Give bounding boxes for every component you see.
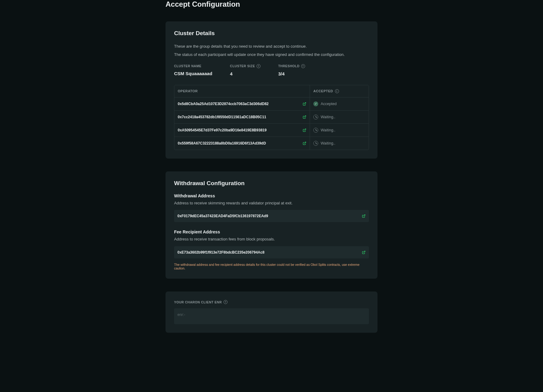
operator-cell: 0x5d8CbA0a25Ad107E3D2874ccb7063aC3d306dD… bbox=[174, 97, 310, 110]
operator-address: 0x7cc2418a453782db1f8550dD11561aDC18B05C… bbox=[178, 115, 266, 119]
enr-input[interactable]: enr:- bbox=[174, 308, 369, 324]
cluster-name-value: CSM Squaaaaaad bbox=[174, 71, 212, 76]
page-title: Accept Configuration bbox=[166, 0, 377, 9]
cluster-size-label: CLUSTER SIZE ? bbox=[230, 64, 261, 68]
external-link-icon[interactable] bbox=[303, 141, 306, 145]
svg-line-1 bbox=[304, 115, 306, 117]
withdrawal-title: Withdrawal Configuration bbox=[174, 180, 369, 187]
cluster-name-meta: CLUSTER NAME CSM Squaaaaaad bbox=[174, 64, 212, 76]
cluster-meta-row: CLUSTER NAME CSM Squaaaaaad CLUSTER SIZE… bbox=[174, 64, 369, 76]
th-accepted-text: ACCEPTED bbox=[313, 89, 333, 93]
operator-cell: 0x559f58A67C32223188a8bD0a16916D6f13Ad39… bbox=[174, 137, 310, 150]
external-link-icon[interactable] bbox=[303, 102, 306, 106]
accepted-cell: Waiting.. bbox=[310, 111, 369, 123]
withdrawal-address-box: 0xF0179dEC45a37423EAD4FaD5fCb136197872EA… bbox=[174, 210, 369, 222]
operator-address: 0x559f58A67C32223188a8bD0a16916D6f13Ad39… bbox=[178, 141, 266, 145]
svg-line-5 bbox=[363, 251, 365, 253]
withdrawal-card: Withdrawal Configuration Withdrawal Addr… bbox=[166, 171, 377, 279]
operator-table: OPERATOR ACCEPTED i 0x5d8CbA0a25Ad107E3D… bbox=[174, 85, 369, 150]
svg-line-4 bbox=[363, 215, 365, 217]
external-link-icon[interactable] bbox=[303, 128, 306, 132]
clock-icon bbox=[313, 141, 318, 146]
status-label: Waiting.. bbox=[321, 141, 335, 145]
withdrawal-address-desc: Address to receive skimming rewards and … bbox=[174, 200, 369, 207]
threshold-label: THRESHOLD ? bbox=[278, 64, 305, 68]
th-operator: OPERATOR bbox=[174, 85, 310, 97]
fee-recipient-desc: Address to receive transaction fees from… bbox=[174, 236, 369, 243]
table-row: 0x5d8CbA0a25Ad107E3D2874ccb7063aC3d306dD… bbox=[174, 97, 369, 111]
question-icon[interactable]: ? bbox=[301, 64, 305, 68]
external-link-icon[interactable] bbox=[362, 251, 366, 254]
withdrawal-warning: The withdrawal address and fee recipient… bbox=[174, 263, 369, 270]
cluster-size-label-text: CLUSTER SIZE bbox=[230, 64, 255, 68]
svg-line-3 bbox=[304, 142, 306, 144]
operator-address: 0xA50954545E7d37Fe97c20ba9D16e8419E8B938… bbox=[178, 128, 267, 132]
status-label: Accepted bbox=[321, 102, 337, 106]
external-link-icon[interactable] bbox=[362, 214, 366, 218]
cluster-size-value: 4 bbox=[230, 71, 261, 76]
enr-label: YOUR CHARON CLIENT ENR ? bbox=[174, 300, 369, 304]
svg-line-2 bbox=[304, 129, 306, 130]
check-icon: ✓ bbox=[313, 101, 318, 106]
status-label: Waiting.. bbox=[321, 115, 335, 119]
table-row: 0x559f58A67C32223188a8bD0a16916D6f13Ad39… bbox=[174, 137, 369, 150]
external-link-icon[interactable] bbox=[303, 115, 306, 119]
threshold-value: 3/4 bbox=[278, 71, 305, 76]
accepted-cell: Waiting.. bbox=[310, 124, 369, 137]
fee-recipient-box: 0xE73a3602b99f1f913e72F8bdcBC235e206794A… bbox=[174, 246, 369, 258]
withdrawal-address-title: Withdrawal Address bbox=[174, 193, 369, 198]
fee-recipient-value: 0xE73a3602b99f1f913e72F8bdcBC235e206794A… bbox=[177, 250, 264, 255]
enr-placeholder: enr:- bbox=[177, 313, 185, 317]
clock-icon bbox=[313, 115, 318, 119]
cluster-details-title: Cluster Details bbox=[174, 30, 369, 37]
cluster-details-desc-1: These are the group details that you nee… bbox=[174, 43, 369, 50]
cluster-details-desc-2: The status of each participant will upda… bbox=[174, 52, 369, 58]
status-cell: Waiting.. bbox=[313, 115, 335, 119]
table-row: 0x7cc2418a453782db1f8550dD11561aDC18B05C… bbox=[174, 111, 369, 124]
question-icon[interactable]: ? bbox=[257, 64, 261, 68]
operator-address: 0x5d8CbA0a25Ad107E3D2874ccb7063aC3d306dD… bbox=[178, 102, 269, 106]
threshold-label-text: THRESHOLD bbox=[278, 64, 300, 68]
cluster-size-meta: CLUSTER SIZE ? 4 bbox=[230, 64, 261, 76]
cluster-name-label: CLUSTER NAME bbox=[174, 64, 212, 68]
withdrawal-address-value: 0xF0179dEC45a37423EAD4FaD5fCb136197872EA… bbox=[177, 214, 268, 218]
table-header: OPERATOR ACCEPTED i bbox=[174, 85, 369, 97]
th-accepted: ACCEPTED i bbox=[310, 85, 369, 97]
status-cell: Waiting.. bbox=[313, 128, 335, 133]
question-icon[interactable]: ? bbox=[224, 300, 228, 304]
operator-cell: 0x7cc2418a453782db1f8550dD11561aDC18B05C… bbox=[174, 111, 310, 123]
status-cell: Waiting.. bbox=[313, 141, 335, 146]
svg-line-0 bbox=[304, 102, 306, 104]
clock-icon bbox=[313, 128, 318, 133]
threshold-meta: THRESHOLD ? 3/4 bbox=[278, 64, 305, 76]
enr-label-text: YOUR CHARON CLIENT ENR bbox=[174, 300, 222, 304]
enr-card: YOUR CHARON CLIENT ENR ? enr:- bbox=[166, 291, 377, 333]
status-cell: ✓Accepted bbox=[313, 101, 337, 106]
operator-cell: 0xA50954545E7d37Fe97c20ba9D16e8419E8B938… bbox=[174, 124, 310, 137]
fee-recipient-title: Fee Recipient Address bbox=[174, 229, 369, 234]
info-icon[interactable]: i bbox=[335, 89, 339, 93]
cluster-details-card: Cluster Details These are the group deta… bbox=[166, 21, 377, 159]
status-label: Waiting.. bbox=[321, 128, 335, 132]
table-row: 0xA50954545E7d37Fe97c20ba9D16e8419E8B938… bbox=[174, 124, 369, 137]
accepted-cell: Waiting.. bbox=[310, 137, 369, 150]
accepted-cell: ✓Accepted bbox=[310, 97, 369, 110]
